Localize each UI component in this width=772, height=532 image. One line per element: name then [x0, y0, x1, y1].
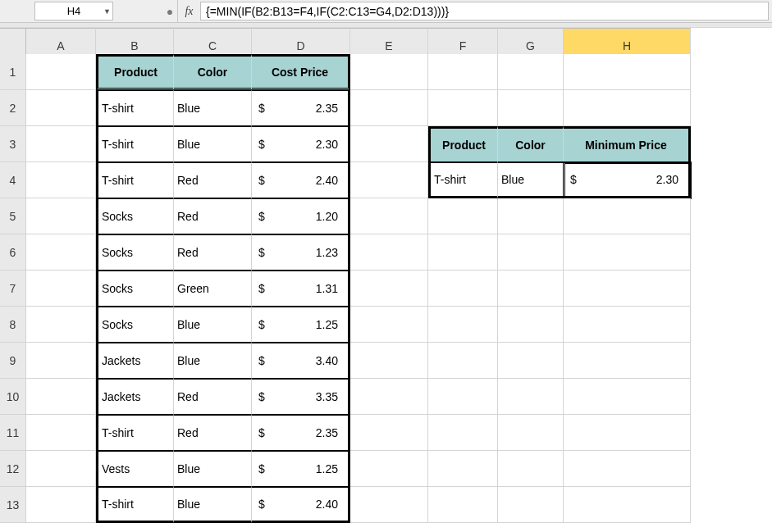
cell-H2[interactable] — [564, 90, 691, 126]
cell-H3[interactable]: Minimum Price — [564, 126, 691, 162]
cell-E4[interactable] — [350, 162, 428, 198]
cell-C13[interactable]: Blue — [174, 487, 252, 523]
cell-G2[interactable] — [498, 90, 564, 126]
cell-F5[interactable] — [428, 198, 498, 234]
cell-D8[interactable]: $1.25 — [252, 307, 350, 343]
row-header-6[interactable]: 6 — [0, 234, 26, 271]
cell-E12[interactable] — [350, 451, 428, 487]
cell-A3[interactable] — [26, 126, 96, 162]
cell-F1[interactable] — [428, 54, 498, 90]
cell-C10[interactable]: Red — [174, 379, 252, 415]
cell-H13[interactable] — [564, 487, 691, 523]
cell-E10[interactable] — [350, 379, 428, 415]
cell-C5[interactable]: Red — [174, 198, 252, 234]
row-header-13[interactable]: 13 — [0, 487, 26, 523]
cell-C1[interactable]: Color — [174, 54, 252, 90]
cell-A8[interactable] — [26, 307, 96, 343]
cell-E2[interactable] — [350, 90, 428, 126]
cell-G7[interactable] — [498, 271, 564, 307]
row-header-2[interactable]: 2 — [0, 90, 26, 126]
cell-B13[interactable]: T-shirt — [96, 487, 174, 523]
cell-H9[interactable] — [564, 343, 691, 379]
cell-F12[interactable] — [428, 451, 498, 487]
cell-C7[interactable]: Green — [174, 271, 252, 307]
row-header-12[interactable]: 12 — [0, 451, 26, 487]
cell-D10[interactable]: $3.35 — [252, 379, 350, 415]
cell-C9[interactable]: Blue — [174, 343, 252, 379]
cell-G5[interactable] — [498, 198, 564, 234]
cell-H11[interactable] — [564, 415, 691, 451]
row-header-11[interactable]: 11 — [0, 415, 26, 451]
cell-B1[interactable]: Product — [96, 54, 174, 90]
cell-F3[interactable]: Product — [428, 126, 498, 162]
cell-H7[interactable] — [564, 271, 691, 307]
cell-E11[interactable] — [350, 415, 428, 451]
cell-G12[interactable] — [498, 451, 564, 487]
name-box[interactable]: H4 ▼ — [34, 2, 113, 20]
cell-C3[interactable]: Blue — [174, 126, 252, 162]
cell-F4[interactable]: T-shirt — [428, 162, 498, 198]
cell-H5[interactable] — [564, 198, 691, 234]
active-cell[interactable]: $2.30 — [564, 162, 691, 198]
cell-E3[interactable] — [350, 126, 428, 162]
cell-F6[interactable] — [428, 234, 498, 271]
cell-D5[interactable]: $1.20 — [252, 198, 350, 234]
cell-G4[interactable]: Blue — [498, 162, 564, 198]
cell-C2[interactable]: Blue — [174, 90, 252, 126]
cell-C11[interactable]: Red — [174, 415, 252, 451]
cell-D1[interactable]: Cost Price — [252, 54, 350, 90]
row-header-8[interactable]: 8 — [0, 307, 26, 343]
cell-D3[interactable]: $2.30 — [252, 126, 350, 162]
cell-G1[interactable] — [498, 54, 564, 90]
cell-B8[interactable]: Socks — [96, 307, 174, 343]
cell-D7[interactable]: $1.31 — [252, 271, 350, 307]
cell-B4[interactable]: T-shirt — [96, 162, 174, 198]
row-header-10[interactable]: 10 — [0, 379, 26, 415]
cell-B3[interactable]: T-shirt — [96, 126, 174, 162]
cell-C12[interactable]: Blue — [174, 451, 252, 487]
cell-H1[interactable] — [564, 54, 691, 90]
cell-A12[interactable] — [26, 451, 96, 487]
cell-A10[interactable] — [26, 379, 96, 415]
cell-H8[interactable] — [564, 307, 691, 343]
cell-F13[interactable] — [428, 487, 498, 523]
row-header-9[interactable]: 9 — [0, 343, 26, 379]
cell-G13[interactable] — [498, 487, 564, 523]
cell-G10[interactable] — [498, 379, 564, 415]
name-box-dropdown-icon[interactable]: ▼ — [103, 7, 111, 16]
cell-D6[interactable]: $1.23 — [252, 234, 350, 271]
cell-G11[interactable] — [498, 415, 564, 451]
cell-D12[interactable]: $1.25 — [252, 451, 350, 487]
cell-F7[interactable] — [428, 271, 498, 307]
cell-D13[interactable]: $2.40 — [252, 487, 350, 523]
cell-G9[interactable] — [498, 343, 564, 379]
formula-input[interactable]: {=MIN(IF(B2:B13=F4,IF(C2:C13=G4,D2:D13))… — [200, 2, 769, 20]
cell-A4[interactable] — [26, 162, 96, 198]
cell-D11[interactable]: $2.35 — [252, 415, 350, 451]
cell-B5[interactable]: Socks — [96, 198, 174, 234]
row-header-7[interactable]: 7 — [0, 271, 26, 307]
cell-E7[interactable] — [350, 271, 428, 307]
cell-G8[interactable] — [498, 307, 564, 343]
cell-A7[interactable] — [26, 271, 96, 307]
cell-A13[interactable] — [26, 487, 96, 523]
cell-B10[interactable]: Jackets — [96, 379, 174, 415]
cell-H6[interactable] — [564, 234, 691, 271]
cell-F2[interactable] — [428, 90, 498, 126]
cell-E6[interactable] — [350, 234, 428, 271]
cell-E13[interactable] — [350, 487, 428, 523]
cell-E1[interactable] — [350, 54, 428, 90]
cell-D9[interactable]: $3.40 — [252, 343, 350, 379]
cell-B2[interactable]: T-shirt — [96, 90, 174, 126]
cell-A1[interactable] — [26, 54, 96, 90]
cell-F8[interactable] — [428, 307, 498, 343]
cell-H12[interactable] — [564, 451, 691, 487]
cell-B6[interactable]: Socks — [96, 234, 174, 271]
cell-A2[interactable] — [26, 90, 96, 126]
cell-A9[interactable] — [26, 343, 96, 379]
row-header-3[interactable]: 3 — [0, 126, 26, 162]
cell-B11[interactable]: T-shirt — [96, 415, 174, 451]
cell-B9[interactable]: Jackets — [96, 343, 174, 379]
cell-C4[interactable]: Red — [174, 162, 252, 198]
cell-E9[interactable] — [350, 343, 428, 379]
